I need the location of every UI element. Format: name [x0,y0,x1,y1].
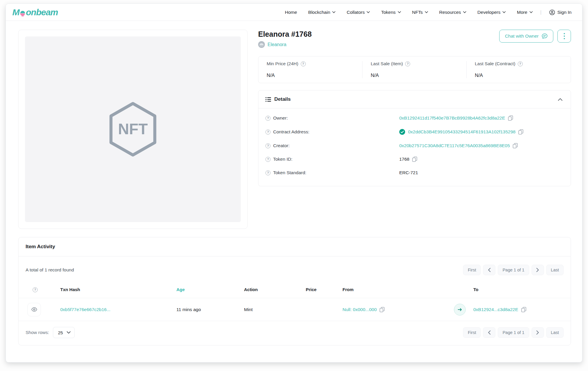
item-activity-card: Item Activity A total of 1 record found … [18,237,571,345]
prev-page-button[interactable] [483,265,495,275]
next-page-button[interactable] [532,327,544,338]
stat-label: Min Price (24H) [267,61,298,66]
logo-text-m: M [12,7,19,17]
creator-address-link[interactable]: 0x20b27571C30A8dC7E117c5E76A0035a869BE8E… [399,143,510,148]
rows-per-page-select[interactable]: 25 [53,327,75,338]
txn-hash-link[interactable]: 0xb5f77e76e667c2b16... [60,307,111,312]
first-page-button[interactable]: First [463,265,481,275]
nav-label: Blockchain [308,10,330,15]
first-page-button[interactable]: First [463,327,481,338]
col-price: Price [306,287,343,292]
prev-page-button[interactable] [483,327,495,338]
chevron-right-icon [536,268,539,272]
moonbeam-logo[interactable]: M onbeam [12,7,58,17]
page-indicator[interactable]: Page 1 of 1 [498,327,529,338]
price-stats-card: Min Price (24H) ? N/A Last Sale (Item) ?… [258,56,571,83]
from-cell: Null: 0x000...000 [343,304,473,315]
col-to: To [473,287,564,292]
show-rows-label: Show rows: [26,330,49,335]
nav-item-home[interactable]: Home [285,10,297,15]
list-icon [265,97,271,102]
col-age[interactable]: Age [176,287,244,292]
nav-label: Tokens [381,10,395,15]
chevron-down-icon [502,11,506,13]
item-activity-title: Item Activity [19,237,571,256]
transfer-direction-badge [454,304,466,315]
help-icon[interactable]: ? [518,61,523,66]
copy-icon[interactable] [508,115,513,121]
stat-last-sale-item: Last Sale (Item) ? N/A [363,61,467,78]
collection-link[interactable]: Eleanora [258,41,286,48]
main-content: NFT Eleanora #1768 [6,21,582,345]
main-nav: Home Blockchain Collators Tokens NFTs Re… [285,9,572,15]
chevron-down-icon [367,11,370,13]
help-icon[interactable]: ? [265,170,270,175]
sign-in-label: Sign In [557,10,572,15]
contract-address-link[interactable]: 0x2ddCb3B4E99105433294514F61913A102f1352… [408,129,515,135]
view-details-button[interactable] [27,303,41,316]
collection-avatar [258,41,265,48]
copy-icon[interactable] [412,157,417,162]
to-address-link[interactable]: 0xB12924...c3d8a22E [473,307,518,312]
chevron-down-icon [332,11,335,13]
copy-icon[interactable] [513,143,518,148]
chevron-left-icon [488,330,491,335]
nav-label: More [517,10,527,15]
help-icon[interactable]: ? [301,61,306,66]
logo-text-onbeam: onbeam [26,7,58,17]
last-page-button[interactable]: Last [546,327,564,338]
activity-table-header: ? Txn Hash Age Action Price From To [19,281,571,298]
nav-label: Collators [347,10,365,15]
last-page-button[interactable]: Last [546,265,564,275]
chevron-down-icon [425,11,428,13]
copy-icon[interactable] [521,307,526,312]
nav-item-more[interactable]: More [517,10,532,15]
more-options-button[interactable] [557,30,571,43]
detail-row-creator: ? Creator: 0x20b27571C30A8dC7E117c5E76A0… [265,139,564,152]
help-icon[interactable]: ? [265,157,270,162]
col-txn-hash: Txn Hash [60,287,176,292]
nav-item-developers[interactable]: Developers [477,10,506,15]
activity-table-row: 0xb5f77e76e667c2b16... 11 mins ago Mint … [19,298,571,321]
nft-info-column: Eleanora #1768 Eleanora [258,30,571,186]
nav-item-resources[interactable]: Resources [439,10,466,15]
help-icon[interactable]: ? [265,130,270,135]
help-icon[interactable]: ? [265,143,270,148]
help-icon[interactable]: ? [265,116,270,121]
nav-label: Resources [439,10,461,15]
nav-item-blockchain[interactable]: Blockchain [308,10,335,15]
nav-item-collators[interactable]: Collators [347,10,370,15]
next-page-button[interactable] [532,265,544,275]
arrow-right-icon [458,308,462,311]
nav-item-nfts[interactable]: NFTs [412,10,428,15]
nft-image-placeholder: NFT [25,36,241,222]
help-icon[interactable]: ? [33,287,38,292]
stat-min-price: Min Price (24H) ? N/A [258,61,363,78]
chevron-right-icon [536,330,539,335]
chevron-down-icon [398,11,401,13]
chat-with-owner-button[interactable]: Chat with Owner [499,30,553,43]
detail-row-owner: ? Owner: 0xB1292411d17f540e7B7BcB9928b4A… [265,111,564,125]
chat-bubble-icon [542,33,548,39]
age-cell: 11 mins ago [176,307,244,312]
sign-in-button[interactable]: Sign In [549,9,572,15]
help-icon[interactable]: ? [405,61,410,66]
pagination-bottom: First Page 1 of 1 Last [463,327,564,338]
page-indicator[interactable]: Page 1 of 1 [498,265,529,275]
person-icon [549,9,555,15]
nav-item-tokens[interactable]: Tokens [381,10,401,15]
copy-icon[interactable] [518,129,523,135]
from-address-link[interactable]: Null: 0x000...000 [343,307,377,312]
owner-address-link[interactable]: 0xB1292411d17f540e7B7BcB9928b4A62fc3d8a2… [399,115,505,121]
nft-image-card: NFT [18,30,248,229]
chevron-left-icon [488,268,491,272]
detail-row-contract-address: ? Contract Address: 0x2ddCb3B4E991054332… [265,125,564,139]
moon-logo-icon [19,10,26,17]
detail-label: Token Standard: [273,170,306,175]
top-navbar: M onbeam Home Blockchain Collators Token… [6,4,582,21]
detail-label: Contract Address: [273,129,309,135]
chevron-down-icon [67,331,71,334]
copy-icon[interactable] [380,307,385,312]
collapse-details-button[interactable] [557,97,564,102]
pagination-top: First Page 1 of 1 Last [463,265,564,275]
